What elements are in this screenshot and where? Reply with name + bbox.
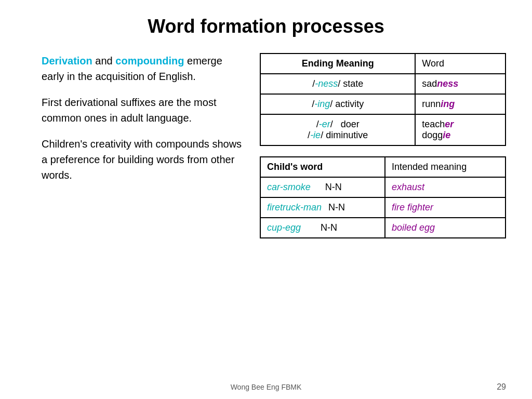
right-column: Ending Meaning Word /-ness/ state sadnes… [260, 53, 506, 238]
para3: Children's creativity with compounds sho… [26, 136, 244, 183]
slide-title: Word formation processes [26, 16, 506, 37]
compounds-table: Child's word Intended meaning car-smoke … [260, 156, 506, 238]
child-word-car-smoke: car-smoke N-N [260, 177, 385, 197]
word-sadness: sadness [415, 74, 506, 94]
content-area: Derivation and compounding emerge early … [26, 53, 506, 238]
meaning-exhaust: exhaust [385, 177, 506, 197]
table1-col2-header: Word [415, 54, 506, 74]
slide: Word formation processes Derivation and … [0, 0, 532, 399]
derivation-text: Derivation [42, 55, 92, 66]
page-number: 29 [497, 382, 506, 392]
meaning-boiled-egg: boiled egg [385, 218, 506, 238]
footer-text: Wong Bee Eng FBMK [231, 383, 302, 391]
word-teacher-doggie: teacherdoggie [415, 114, 506, 145]
table2-col2-header: Intended meaning [385, 157, 506, 177]
table1-col1-header: Ending Meaning [260, 54, 415, 74]
table-row: car-smoke N-N exhaust [260, 177, 506, 197]
child-word-cup-egg: cup-egg N-N [260, 218, 385, 238]
table-row: cup-egg N-N boiled egg [260, 218, 506, 238]
ending-er-ie: /-er/ doer/-ie/ diminutive [260, 114, 415, 145]
ending-ing: /-ing/ activity [260, 94, 415, 114]
child-word-firetruck-man: firetruck-man N-N [260, 197, 385, 218]
table-row: /-ness/ state sadness [260, 74, 506, 94]
meaning-fire-fighter: fire fighter [385, 197, 506, 218]
table-row: firetruck-man N-N fire fighter [260, 197, 506, 218]
derivation-table: Ending Meaning Word /-ness/ state sadnes… [260, 53, 506, 146]
para1: Derivation and compounding emerge early … [26, 53, 244, 84]
para1-and: and [92, 55, 115, 66]
compounding-text: compounding [115, 55, 184, 66]
table-row: /-ing/ activity running [260, 94, 506, 114]
table2-col1-header: Child's word [260, 157, 385, 177]
para2: First derivational suffixes are the most… [26, 95, 244, 126]
table-row: /-er/ doer/-ie/ diminutive teacherdoggie [260, 114, 506, 145]
left-column: Derivation and compounding emerge early … [26, 53, 244, 193]
word-running: running [415, 94, 506, 114]
ending-ness: /-ness/ state [260, 74, 415, 94]
footer: Wong Bee Eng FBMK 29 [0, 383, 532, 391]
